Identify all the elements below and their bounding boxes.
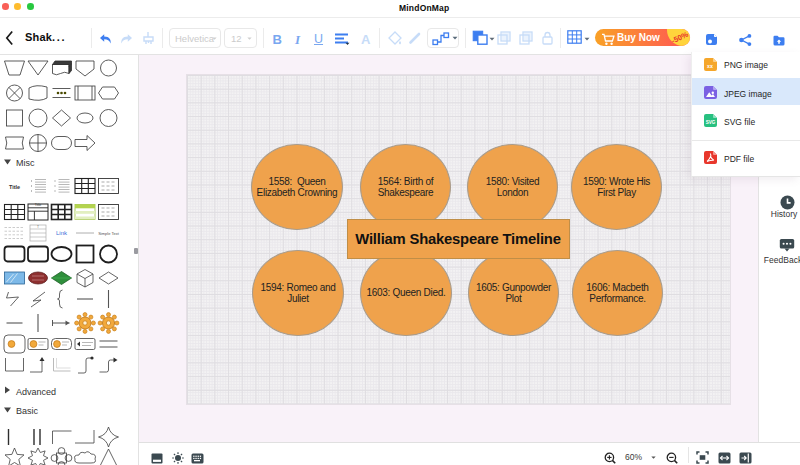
- svg-text:Simple Text: Simple Text: [98, 231, 119, 236]
- svg-text:T: T: [37, 225, 39, 229]
- svg-text:Title: Title: [35, 203, 42, 207]
- svg-text:Link: Link: [56, 230, 68, 236]
- svg-text:Advanced: Advanced: [16, 387, 56, 397]
- svg-text:SVG: SVG: [706, 120, 716, 125]
- svg-text:Misc: Misc: [16, 158, 35, 168]
- svg-text:xx: xx: [707, 63, 713, 69]
- svg-text:Basic: Basic: [16, 406, 39, 416]
- svg-text:Title: Title: [9, 184, 20, 190]
